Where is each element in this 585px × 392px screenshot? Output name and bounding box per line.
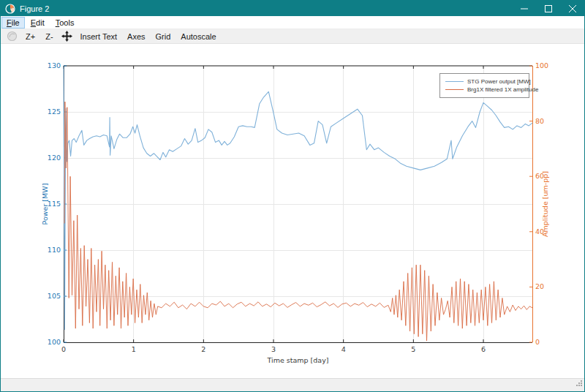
pan-button[interactable]: [58, 30, 75, 42]
menu-edit[interactable]: Edit: [26, 18, 49, 28]
title-bar[interactable]: Figure 2: [1, 1, 584, 16]
maximize-icon: [545, 5, 552, 12]
close-icon: [569, 5, 576, 12]
menu-bar: File Edit Tools: [1, 16, 584, 29]
menu-tools[interactable]: Tools: [51, 18, 79, 28]
figure-icon: [5, 4, 15, 14]
pan-icon: [61, 31, 72, 42]
legend-label: Brg1X filtered 1X amplitude: [467, 86, 538, 93]
x-axis-label: Time stamp [day]: [267, 356, 329, 364]
x-tick-label: 2: [201, 345, 205, 353]
x-tick-label: 5: [411, 345, 415, 353]
chart-legend: STG Power output [MW] Brg1X filtered 1X …: [439, 73, 529, 98]
x-tick-label: 1: [132, 345, 136, 353]
left-tick-label: 130: [48, 61, 61, 69]
legend-label: STG Power output [MW]: [467, 78, 531, 85]
reset-view-button[interactable]: [4, 30, 20, 42]
maximize-button[interactable]: [536, 1, 560, 16]
autoscale-button[interactable]: Autoscale: [176, 31, 221, 42]
right-axis-label: Amplitude [um-pp]: [541, 171, 549, 237]
left-tick-label: 110: [48, 246, 61, 254]
right-tick-label: 20: [535, 282, 544, 290]
left-tick-label: 115: [48, 200, 61, 208]
insert-text-button[interactable]: Insert Text: [75, 31, 123, 42]
left-tick-label: 125: [48, 108, 61, 116]
zoom-out-button[interactable]: Z-: [40, 31, 58, 42]
right-tick-label: 80: [535, 117, 544, 125]
left-tick-label: 105: [48, 292, 61, 300]
toolbar: Z+ Z- Insert Text Axes Grid Autoscale: [1, 29, 584, 44]
minimize-button[interactable]: [512, 1, 536, 16]
legend-item: STG Power output [MW]: [445, 78, 526, 85]
x-tick-label: 6: [481, 345, 486, 353]
zoom-in-button[interactable]: Z+: [20, 31, 40, 42]
x-tick-label: 0: [61, 345, 66, 353]
window-title: Figure 2: [20, 4, 49, 13]
series-line-1: [64, 102, 532, 341]
axes-button[interactable]: Axes: [122, 31, 150, 42]
grid-button[interactable]: Grid: [151, 31, 176, 42]
left-tick-label: 100: [48, 338, 61, 346]
left-axis-label: Power [MW]: [41, 184, 49, 225]
left-tick-label: 120: [48, 154, 61, 162]
right-tick-label: 0: [535, 338, 540, 346]
figure-canvas[interactable]: 0123456100105110115120125130020406080100…: [1, 44, 584, 378]
x-tick-label: 3: [271, 345, 276, 353]
legend-line-orange: [445, 89, 464, 90]
minimize-icon: [521, 5, 528, 12]
status-bar: [1, 378, 584, 391]
x-tick-label: 4: [341, 345, 346, 353]
close-button[interactable]: [560, 1, 584, 16]
figure-window: Figure 2 File Edit Tools Z+ Z-: [0, 0, 585, 392]
right-tick-label: 100: [535, 61, 548, 69]
reset-view-icon: [7, 31, 18, 42]
resize-grip-icon: [575, 380, 582, 386]
legend-line-blue: [445, 81, 464, 82]
legend-item: Brg1X filtered 1X amplitude: [445, 86, 526, 93]
resize-grip[interactable]: [575, 376, 582, 389]
menu-file[interactable]: File: [2, 18, 24, 28]
